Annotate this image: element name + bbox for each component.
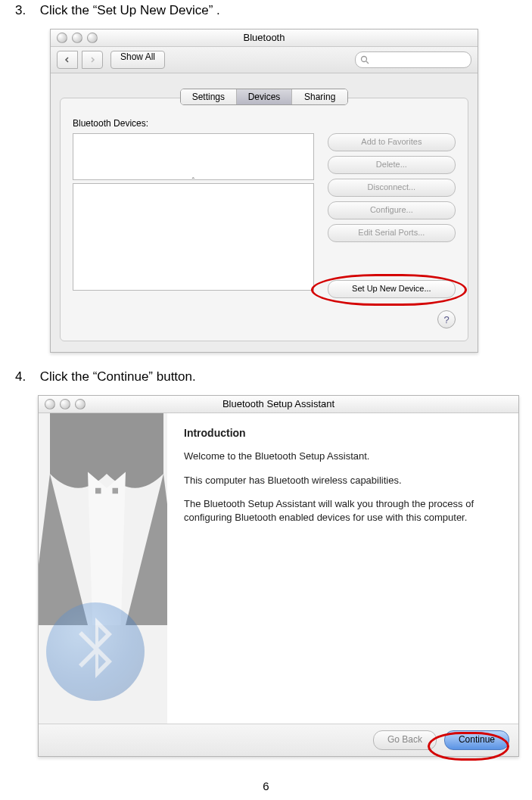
search-icon [360,55,369,64]
step-number: 3. [15,3,36,18]
highlight-ellipse-icon [428,732,509,761]
step-3-instruction: 3. Click the “Set Up New Device” . [15,3,517,18]
svg-rect-2 [95,488,101,494]
highlight-ellipse-icon [311,274,467,306]
zoom-icon[interactable] [75,399,86,409]
step-text: Click the “Set Up New Device” . [40,3,220,17]
tuxedo-graphic-icon [39,413,167,625]
tab-settings[interactable]: Settings [181,89,237,104]
show-all-button[interactable]: Show All [110,51,165,69]
page-number: 6 [15,780,517,792]
disconnect-button[interactable]: Disconnect... [328,179,456,197]
assistant-heading: Introduction [184,427,502,439]
zoom-icon[interactable] [87,33,98,43]
bluetooth-preferences-window: Bluetooth Show All Settings Devices Shar… [50,29,478,353]
window-title: Bluetooth Setup Assistant [39,396,518,412]
search-input[interactable] [355,51,471,68]
devices-label: Bluetooth Devices: [73,118,456,129]
svg-line-1 [366,61,369,64]
chevron-left-icon [64,57,70,63]
devices-panel: Bluetooth Devices: Add to Favorites Dele… [60,98,468,341]
forward-button[interactable] [82,51,103,69]
close-icon[interactable] [45,399,55,409]
svg-rect-3 [113,488,119,494]
question-icon: ? [443,314,449,325]
paired-devices-list[interactable] [73,133,314,180]
close-icon[interactable] [57,33,67,43]
assistant-paragraph: Welcome to the Bluetooth Setup Assistant… [184,450,502,463]
chevron-right-icon [89,57,95,63]
help-button[interactable]: ? [437,310,456,328]
configure-button[interactable]: Configure... [328,201,456,219]
assistant-paragraph: The Bluetooth Setup Assistant will walk … [184,497,502,524]
assistant-sidebar [39,413,167,724]
titlebar: Bluetooth Setup Assistant [39,396,518,413]
back-button[interactable] [57,51,78,69]
minimize-icon[interactable] [72,33,82,43]
bluetooth-logo-icon [46,602,145,701]
step-4-instruction: 4. Click the “Continue” button. [15,369,517,384]
svg-point-0 [362,57,367,62]
assistant-content: Introduction Welcome to the Bluetooth Se… [167,413,518,724]
edit-serial-ports-button[interactable]: Edit Serial Ports... [328,224,456,242]
delete-button[interactable]: Delete... [328,156,456,174]
device-details-list[interactable] [73,183,314,291]
tab-devices[interactable]: Devices [237,89,293,104]
step-text: Click the “Continue” button. [40,369,196,384]
tab-sharing[interactable]: Sharing [292,89,347,104]
bluetooth-setup-assistant-window: Bluetooth Setup Assistant [38,395,519,757]
minimize-icon[interactable] [60,399,70,409]
tab-bar: Settings Devices Sharing [180,89,348,105]
toolbar: Show All [51,47,478,73]
step-number: 4. [15,369,36,384]
assistant-footer: Go Back Continue [39,724,518,756]
assistant-paragraph: This computer has Bluetooth wireless cap… [184,474,502,487]
titlebar: Bluetooth [51,30,478,47]
window-title: Bluetooth [51,30,478,46]
add-favorites-button[interactable]: Add to Favorites [328,133,456,151]
